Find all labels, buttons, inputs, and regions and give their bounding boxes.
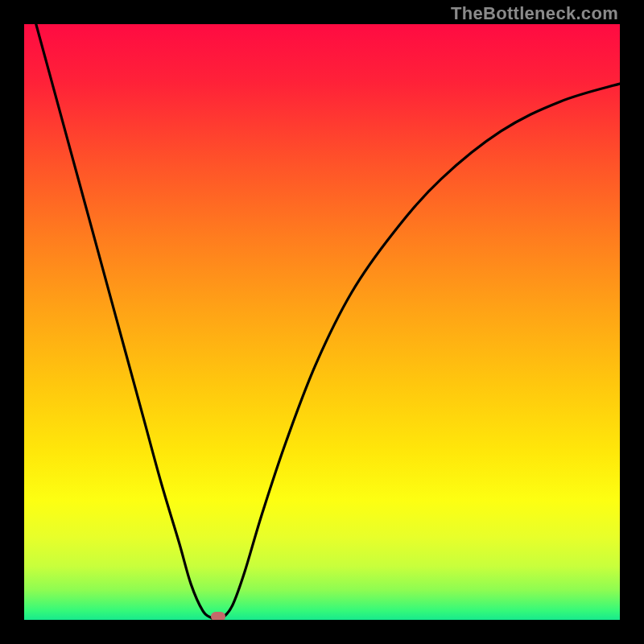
chart-frame: TheBottleneck.com [0,0,644,644]
optimum-marker [211,612,225,620]
watermark-text: TheBottleneck.com [451,3,618,24]
plot-area [24,24,620,620]
chart-svg [24,24,620,620]
